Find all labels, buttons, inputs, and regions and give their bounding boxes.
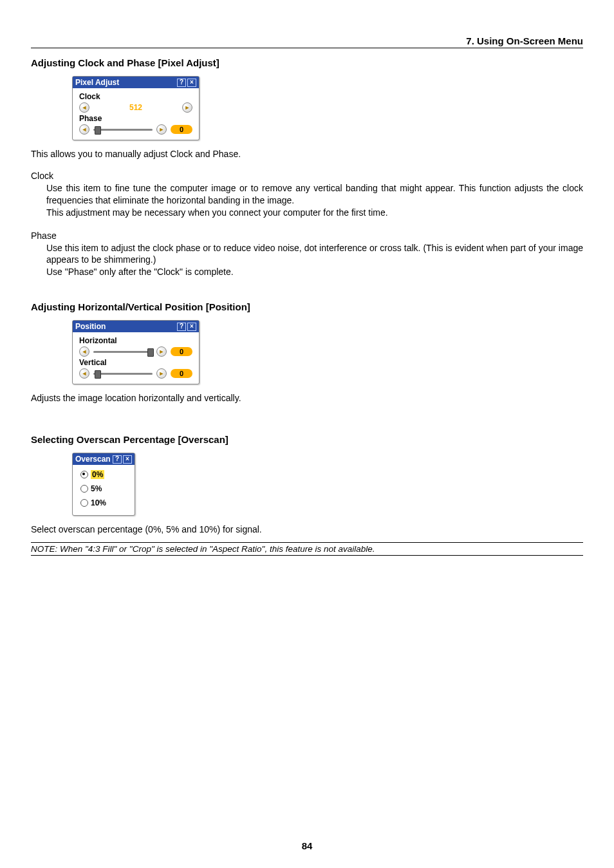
- option-label: 0%: [91, 470, 104, 479]
- intro-text: This allows you to manually adjust Clock…: [31, 148, 583, 160]
- clock-value: 512: [93, 103, 178, 112]
- clock-desc-1: Use this item to fine tune the computer …: [46, 182, 583, 207]
- phase-label: Phase: [79, 114, 192, 123]
- position-dialog: Position ? × Horizontal ◄ ► 0 Vertical ◄: [72, 320, 200, 384]
- section-title-position: Adjusting Horizontal/Vertical Position […: [31, 301, 583, 312]
- clock-heading: Clock: [31, 171, 583, 181]
- horizontal-value: 0: [171, 347, 192, 356]
- help-icon[interactable]: ?: [177, 79, 186, 87]
- overscan-option-10[interactable]: 10%: [79, 496, 128, 510]
- radio-icon: [80, 499, 88, 507]
- horizontal-slider[interactable]: ◄ ► 0: [79, 346, 192, 357]
- position-desc: Adjusts the image location horizontally …: [31, 392, 583, 404]
- section-title-pixel-adjust: Adjusting Clock and Phase [Pixel Adjust]: [31, 57, 583, 68]
- dialog-title-text: Pixel Adjust: [75, 78, 119, 87]
- phase-value: 0: [171, 125, 192, 134]
- option-label: 5%: [91, 484, 102, 493]
- arrow-right-icon[interactable]: ►: [156, 346, 167, 357]
- chapter-header: 7. Using On-Screen Menu: [31, 35, 583, 48]
- phase-slider[interactable]: ◄ ► 0: [79, 124, 192, 135]
- vertical-label: Vertical: [79, 358, 192, 367]
- vertical-value: 0: [171, 369, 192, 378]
- clock-label: Clock: [79, 92, 192, 101]
- page-number: 84: [0, 840, 614, 851]
- overscan-option-0[interactable]: 0%: [79, 467, 128, 482]
- clock-row: ◄ 512 ►: [79, 102, 192, 113]
- arrow-right-icon[interactable]: ►: [156, 368, 167, 379]
- clock-desc-2: This adjustment may be necessary when yo…: [46, 207, 583, 219]
- close-icon[interactable]: ×: [123, 455, 132, 464]
- horizontal-label: Horizontal: [79, 336, 192, 345]
- arrow-left-icon[interactable]: ◄: [79, 124, 89, 135]
- arrow-right-icon[interactable]: ►: [182, 102, 192, 113]
- arrow-right-icon[interactable]: ►: [156, 124, 167, 135]
- arrow-left-icon[interactable]: ◄: [79, 346, 89, 357]
- pixel-adjust-dialog: Pixel Adjust ? × Clock ◄ 512 ► Phase ◄ ►: [72, 76, 200, 140]
- arrow-left-icon[interactable]: ◄: [79, 368, 89, 379]
- overscan-desc: Select overscan percentage (0%, 5% and 1…: [31, 524, 583, 536]
- close-icon[interactable]: ×: [187, 323, 196, 331]
- overscan-dialog: Overscan ? × 0% 5% 10%: [72, 453, 135, 516]
- phase-desc-2: Use "Phase" only after the "Clock" is co…: [46, 266, 583, 278]
- close-icon[interactable]: ×: [187, 79, 196, 87]
- help-icon[interactable]: ?: [113, 455, 122, 464]
- vertical-slider[interactable]: ◄ ► 0: [79, 368, 192, 379]
- radio-selected-icon: [80, 471, 88, 478]
- dialog-title-text: Position: [75, 322, 106, 331]
- overscan-note: NOTE: When "4:3 Fill" or "Crop" is selec…: [31, 542, 583, 556]
- help-icon[interactable]: ?: [177, 323, 186, 331]
- radio-icon: [80, 485, 88, 493]
- phase-desc-1: Use this item to adjust the clock phase …: [46, 242, 583, 267]
- overscan-option-5[interactable]: 5%: [79, 482, 128, 496]
- arrow-left-icon[interactable]: ◄: [79, 102, 89, 113]
- option-label: 10%: [91, 498, 106, 507]
- section-title-overscan: Selecting Overscan Percentage [Overscan]: [31, 434, 583, 445]
- phase-heading: Phase: [31, 231, 583, 241]
- dialog-title-text: Overscan: [75, 455, 111, 464]
